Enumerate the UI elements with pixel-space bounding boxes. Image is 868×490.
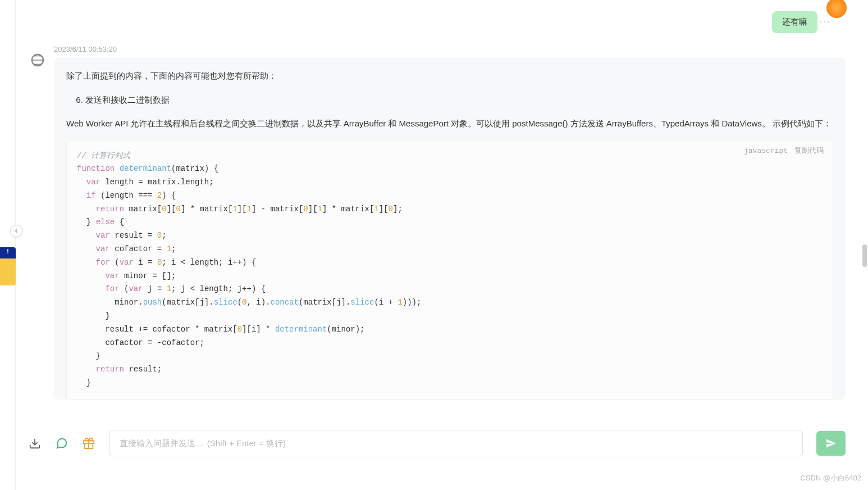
watermark: CSDN @小白6402 (800, 473, 861, 483)
assistant-body-text: Web Worker API 允许在主线程和后台线程之间交换二进制数据，以及共享… (66, 116, 833, 132)
user-avatar (826, 0, 847, 18)
sidebar-collapse-button[interactable] (10, 225, 22, 237)
user-message-text: 还有嘛 (782, 17, 807, 26)
input-toolbar (28, 430, 846, 456)
send-button[interactable] (816, 431, 846, 456)
assistant-intro: 除了上面提到的内容，下面的内容可能也对您有所帮助： (66, 68, 833, 84)
side-promo-badge[interactable] (0, 247, 16, 285)
gift-icon[interactable] (82, 437, 95, 450)
message-timestamp: 2023/6/11 00:53:20 (54, 45, 846, 53)
download-icon[interactable] (28, 437, 42, 450)
assistant-avatar (28, 51, 47, 70)
code-language-label: javascript (744, 145, 788, 157)
copy-code-button[interactable]: 复制代码 (794, 145, 824, 157)
send-icon (825, 438, 837, 449)
chevron-left-icon (13, 228, 19, 234)
chat-input[interactable] (109, 430, 803, 456)
code-content: // 计算行列式 function determinant(matrix) { … (67, 140, 833, 399)
chat-icon[interactable] (55, 437, 68, 450)
openai-logo-icon (29, 52, 46, 69)
assistant-list-item: 发送和接收二进制数据 (85, 92, 833, 108)
scrollbar-thumb[interactable] (862, 244, 867, 267)
code-block: javascript 复制代码 // 计算行列式 function determ… (66, 140, 833, 400)
assistant-message: 2023/6/11 00:53:20 除了上面提到的内容，下面的内容可能也对您有… (28, 45, 846, 400)
message-more-icon[interactable]: ⋮ (819, 17, 831, 26)
sidebar-edge (0, 0, 16, 490)
user-message-bubble: 还有嘛 (772, 11, 817, 33)
scrollbar-track[interactable] (861, 0, 867, 490)
assistant-message-body: 除了上面提到的内容，下面的内容可能也对您有所帮助： 发送和接收二进制数据 Web… (54, 58, 846, 400)
